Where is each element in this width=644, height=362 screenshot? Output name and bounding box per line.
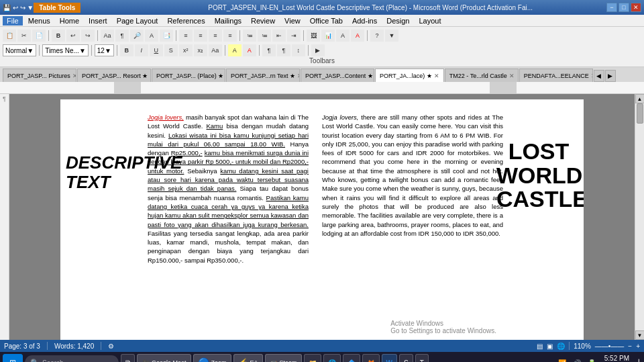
- zoom-slider[interactable]: ——•——: [595, 343, 625, 350]
- word-btn[interactable]: W: [382, 354, 397, 362]
- fmt-para2[interactable]: ¶: [277, 44, 290, 56]
- zoom-btn[interactable]: 🔵 Zoom: [193, 354, 231, 362]
- menu-design[interactable]: Design: [382, 16, 413, 26]
- fmt-underline[interactable]: U: [150, 44, 163, 56]
- macro-btn[interactable]: ⚙: [108, 343, 114, 350]
- font-dropdown[interactable]: Times Ne... ▼: [42, 44, 89, 56]
- fmt-highlight[interactable]: A: [228, 44, 241, 56]
- tab-pendafta-close[interactable]: ✕: [591, 73, 593, 79]
- fmt-more[interactable]: ▶: [311, 44, 325, 56]
- tb-insert1[interactable]: 🖼: [307, 30, 320, 42]
- tb-btn5[interactable]: A: [145, 30, 158, 42]
- menu-home[interactable]: Home: [56, 16, 83, 26]
- fmt-bold[interactable]: B: [120, 44, 133, 56]
- menu-mailings[interactable]: Mailings: [211, 16, 246, 26]
- app-t-btn[interactable]: T: [415, 354, 429, 362]
- tab-resort-close[interactable]: ✕: [150, 73, 151, 79]
- edge-btn[interactable]: 🔷: [343, 354, 360, 362]
- minimize-button[interactable]: −: [606, 3, 617, 12]
- tb-btn6[interactable]: 📑: [160, 30, 173, 42]
- tb-paste[interactable]: 📋: [3, 30, 16, 42]
- close-button[interactable]: ✕: [631, 3, 641, 12]
- tab-pendafta[interactable]: PENDAFTA...EELANCE ✕: [519, 69, 593, 82]
- size-dropdown[interactable]: 12 ▼: [95, 44, 114, 56]
- tb-list1[interactable]: ≔: [243, 30, 256, 42]
- scroll-track[interactable]: [635, 103, 644, 330]
- menu-layout[interactable]: Layout: [415, 16, 445, 26]
- tab-rn-text-close[interactable]: ✕: [297, 73, 300, 79]
- tab-pictures-close[interactable]: ✕: [72, 73, 76, 79]
- view-print[interactable]: ▣: [547, 343, 553, 350]
- start-button[interactable]: ⊞: [3, 354, 23, 362]
- google-meet-btn[interactable]: 🎥 Google Meet: [137, 354, 191, 362]
- fmt-super[interactable]: x²: [179, 44, 193, 56]
- tray-network[interactable]: 📶: [556, 359, 568, 363]
- system-clock[interactable]: 5:52 PM 8/5/2021: [603, 354, 629, 362]
- tray-volume[interactable]: 🔊: [571, 359, 583, 363]
- tb-list2[interactable]: ≔: [258, 30, 271, 42]
- chrome-btn[interactable]: 🌐: [323, 354, 341, 362]
- menu-menus[interactable]: Menus: [24, 16, 54, 26]
- tab-nav-right[interactable]: ▶: [605, 70, 616, 82]
- tb-undo[interactable]: ↩: [66, 30, 80, 42]
- scroll-up-button[interactable]: ▲: [635, 94, 645, 103]
- menu-review[interactable]: Review: [247, 16, 279, 26]
- tab-nav-left[interactable]: ◀: [594, 70, 604, 82]
- tb-align-c[interactable]: ≡: [194, 30, 207, 42]
- scroll-thumb[interactable]: [637, 103, 643, 124]
- zoom-out[interactable]: −: [628, 343, 632, 350]
- menu-references[interactable]: References: [163, 16, 209, 26]
- style-dropdown[interactable]: Normal ▼: [3, 44, 36, 56]
- firefox-btn[interactable]: 🦊: [362, 354, 380, 362]
- tb-help[interactable]: ?: [370, 30, 384, 42]
- fmt-strike[interactable]: S: [164, 44, 178, 56]
- menu-page-layout[interactable]: Page Layout: [113, 16, 162, 26]
- menu-view[interactable]: View: [280, 16, 305, 26]
- steam-btn[interactable]: 🎮 Steam: [265, 354, 302, 362]
- search-input[interactable]: [42, 359, 109, 363]
- document-area[interactable]: DESCRIPTIVETEXT Jogja lovers, masih bany…: [9, 94, 635, 340]
- ea-btn[interactable]: ⚡ EA: [233, 354, 263, 362]
- fmt-font-color[interactable]: A: [243, 44, 256, 56]
- fmt-para1[interactable]: ¶: [262, 44, 276, 56]
- tab-tm22[interactable]: TM22 - Te...rld Castle ✕: [445, 69, 519, 82]
- tb-indent1[interactable]: ⇤: [272, 30, 286, 42]
- tb-btn3[interactable]: ¶: [115, 30, 129, 42]
- view-normal[interactable]: ▤: [537, 343, 543, 350]
- zoom-in[interactable]: +: [636, 343, 640, 350]
- tb-redo[interactable]: ↪: [81, 30, 95, 42]
- tb-indent2[interactable]: ⇥: [287, 30, 301, 42]
- show-desktop-btn[interactable]: ▕: [632, 359, 641, 363]
- tb-bold[interactable]: B: [52, 30, 65, 42]
- fmt-sub[interactable]: x₂: [194, 44, 207, 56]
- fmt-spacing[interactable]: ↕: [292, 44, 305, 56]
- tb-insert3[interactable]: A: [336, 30, 350, 42]
- search-bar[interactable]: 🔍: [25, 355, 119, 362]
- tab-resort[interactable]: PORT_JASP... Resort ★ ✕: [77, 69, 151, 82]
- window-controls[interactable]: − □ ✕: [606, 3, 641, 12]
- menu-insert[interactable]: Insert: [85, 16, 111, 26]
- tb-align-r[interactable]: ≡: [209, 30, 222, 42]
- tb-btn4[interactable]: 🔎: [130, 30, 144, 42]
- tb-more[interactable]: ▼: [385, 30, 398, 42]
- explorer-btn[interactable]: 📁: [304, 354, 321, 362]
- tab-pictures[interactable]: PORT_JASP... Pictures ✕: [3, 69, 76, 82]
- menu-office-tab[interactable]: Office Tab: [306, 16, 347, 26]
- tab-active-close[interactable]: ✕: [434, 73, 439, 79]
- tab-active[interactable]: PORT_JA...lace) ★ ✕: [375, 69, 444, 82]
- app-s-btn[interactable]: S: [399, 354, 413, 362]
- scroll-down-button[interactable]: ▼: [635, 330, 645, 340]
- restore-button[interactable]: □: [619, 3, 629, 12]
- menu-file[interactable]: File: [3, 16, 23, 26]
- task-view-button[interactable]: ⧉: [121, 354, 135, 362]
- tab-rn-text[interactable]: PORT_JASP...rn Text ★ ✕: [226, 69, 300, 82]
- fmt-case[interactable]: Aa: [209, 44, 222, 56]
- fmt-italic[interactable]: I: [135, 44, 148, 56]
- tb-align-l[interactable]: ≡: [179, 30, 193, 42]
- menu-add-ins[interactable]: Add-ins: [348, 16, 381, 26]
- tb-insert2[interactable]: 📊: [321, 30, 335, 42]
- tab-tm22-close[interactable]: ✕: [509, 73, 515, 79]
- tab-place[interactable]: PORT_JASP... (Place) ★ ✕: [152, 69, 225, 82]
- view-web[interactable]: 🌐: [557, 343, 565, 350]
- tb-color[interactable]: A: [351, 30, 364, 42]
